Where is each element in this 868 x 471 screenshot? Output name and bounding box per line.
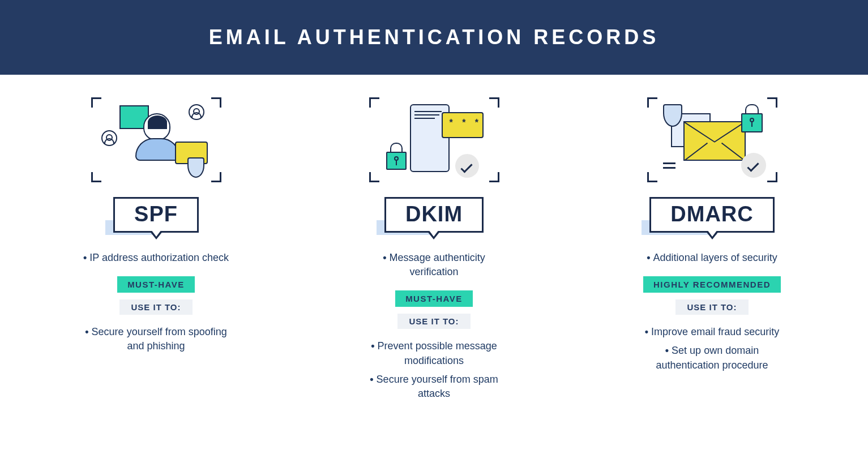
- check-circle-icon: [455, 154, 479, 178]
- dmarc-priority-badge: HIGHLY RECOMMENDED: [643, 276, 781, 293]
- dkim-label-bubble: DKIM: [384, 197, 484, 233]
- shield-icon: [187, 157, 204, 178]
- dmarc-label-bubble: DMARC: [649, 197, 774, 233]
- dkim-illustration: * * *: [369, 97, 499, 182]
- lock-icon: [741, 113, 763, 132]
- dmarc-label: DMARC: [649, 197, 774, 233]
- dmarc-use-2: Set up own domain authentication procedu…: [639, 344, 786, 372]
- dkim-label: DKIM: [384, 197, 484, 233]
- use-it-label: USE IT TO:: [675, 299, 748, 315]
- spf-desc: IP address authorization check: [83, 251, 229, 265]
- dkim-desc: Message authenticity verification: [361, 251, 508, 279]
- column-spf: SPF IP address authorization check MUST-…: [32, 97, 281, 403]
- spf-use-1: Secure yourself from spoofing and phishi…: [83, 325, 230, 353]
- lock-icon: [386, 152, 407, 170]
- dmarc-desc: Additional layers of security: [647, 251, 777, 265]
- person-icon: [189, 104, 204, 120]
- speech-bubble-icon: * * *: [442, 112, 484, 138]
- column-dmarc: DMARC Additional layers of security HIGH…: [588, 97, 837, 403]
- use-it-label: USE IT TO:: [397, 314, 470, 329]
- column-dkim: * * * DKIM Message authenticity verifica…: [310, 97, 559, 403]
- page-title: EMAIL AUTHENTICATION RECORDS: [0, 0, 868, 75]
- dmarc-use-1: Improve email fraud security: [645, 325, 779, 339]
- spf-priority-badge: MUST-HAVE: [117, 276, 195, 293]
- person-icon: [101, 130, 117, 146]
- check-circle-icon: [741, 153, 766, 178]
- envelope-icon: [683, 121, 746, 161]
- dkim-use-1: Prevent possible message modifications: [361, 339, 508, 367]
- columns-container: SPF IP address authorization check MUST-…: [0, 75, 868, 403]
- spf-label-bubble: SPF: [113, 197, 199, 233]
- spf-illustration: [91, 97, 221, 182]
- use-it-label: USE IT TO:: [119, 299, 192, 315]
- dkim-use-2: Secure yourself from spam attacks: [361, 372, 508, 401]
- spf-label: SPF: [113, 197, 199, 233]
- dkim-priority-badge: MUST-HAVE: [395, 290, 473, 307]
- dmarc-illustration: [647, 97, 777, 182]
